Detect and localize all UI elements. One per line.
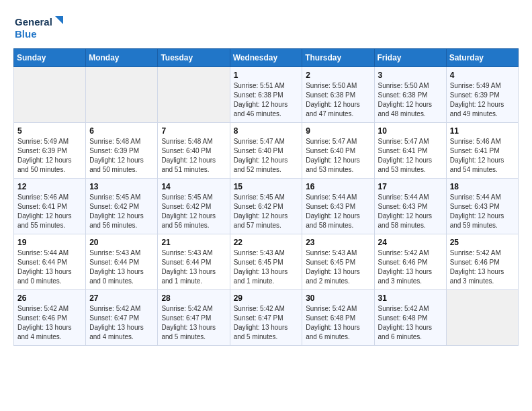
calendar-cell: 23Sunrise: 5:43 AM Sunset: 6:45 PM Dayli…: [302, 234, 374, 290]
day-info: Sunrise: 5:43 AM Sunset: 6:44 PM Dayligh…: [161, 248, 226, 286]
day-number: 17: [378, 182, 443, 191]
day-info: Sunrise: 5:50 AM Sunset: 6:38 PM Dayligh…: [306, 81, 370, 119]
calendar-week-row: 1Sunrise: 5:51 AM Sunset: 6:38 PM Daylig…: [14, 67, 519, 123]
day-number: 15: [234, 182, 299, 191]
day-number: 5: [17, 126, 82, 136]
day-number: 29: [234, 293, 299, 303]
day-number: 22: [234, 238, 299, 247]
day-info: Sunrise: 5:51 AM Sunset: 6:38 PM Dayligh…: [234, 81, 299, 119]
day-info: Sunrise: 5:47 AM Sunset: 6:40 PM Dayligh…: [306, 137, 370, 175]
day-info: Sunrise: 5:42 AM Sunset: 6:48 PM Dayligh…: [378, 304, 443, 342]
day-info: Sunrise: 5:47 AM Sunset: 6:41 PM Dayligh…: [378, 137, 443, 175]
calendar-cell: 11Sunrise: 5:46 AM Sunset: 6:41 PM Dayli…: [446, 123, 518, 179]
calendar-cell: 18Sunrise: 5:44 AM Sunset: 6:43 PM Dayli…: [446, 179, 518, 234]
page-header: General Blue: [13, 13, 519, 42]
day-info: Sunrise: 5:42 AM Sunset: 6:47 PM Dayligh…: [161, 304, 226, 342]
day-number: 24: [378, 238, 443, 247]
day-info: Sunrise: 5:42 AM Sunset: 6:46 PM Dayligh…: [378, 248, 443, 286]
calendar-table: SundayMondayTuesdayWednesdayThursdayFrid…: [13, 48, 519, 346]
day-info: Sunrise: 5:42 AM Sunset: 6:48 PM Dayligh…: [306, 304, 370, 342]
calendar-cell: 25Sunrise: 5:42 AM Sunset: 6:46 PM Dayli…: [446, 234, 518, 290]
calendar-week-row: 5Sunrise: 5:49 AM Sunset: 6:39 PM Daylig…: [14, 123, 519, 179]
day-info: Sunrise: 5:48 AM Sunset: 6:39 PM Dayligh…: [89, 137, 154, 175]
day-info: Sunrise: 5:43 AM Sunset: 6:44 PM Dayligh…: [89, 248, 154, 286]
day-info: Sunrise: 5:47 AM Sunset: 6:40 PM Dayligh…: [234, 137, 299, 175]
calendar-cell: 5Sunrise: 5:49 AM Sunset: 6:39 PM Daylig…: [14, 123, 86, 179]
calendar-cell: 17Sunrise: 5:44 AM Sunset: 6:43 PM Dayli…: [374, 179, 446, 234]
day-info: Sunrise: 5:49 AM Sunset: 6:39 PM Dayligh…: [17, 137, 82, 175]
weekday-header: Wednesday: [230, 49, 302, 67]
logo: General Blue: [13, 13, 67, 42]
day-info: Sunrise: 5:46 AM Sunset: 6:41 PM Dayligh…: [17, 193, 82, 230]
day-info: Sunrise: 5:42 AM Sunset: 6:47 PM Dayligh…: [234, 304, 299, 342]
calendar-cell: [158, 67, 230, 123]
calendar-cell: 3Sunrise: 5:50 AM Sunset: 6:38 PM Daylig…: [374, 67, 446, 123]
day-info: Sunrise: 5:44 AM Sunset: 6:43 PM Dayligh…: [378, 193, 443, 230]
day-info: Sunrise: 5:44 AM Sunset: 6:44 PM Dayligh…: [17, 248, 82, 286]
day-number: 10: [378, 126, 443, 136]
day-info: Sunrise: 5:45 AM Sunset: 6:42 PM Dayligh…: [161, 193, 226, 230]
day-number: 19: [17, 238, 82, 247]
day-info: Sunrise: 5:49 AM Sunset: 6:39 PM Dayligh…: [450, 81, 515, 119]
day-number: 26: [17, 293, 82, 303]
day-number: 9: [306, 126, 370, 136]
day-number: 30: [306, 293, 370, 303]
day-info: Sunrise: 5:42 AM Sunset: 6:46 PM Dayligh…: [450, 248, 515, 286]
day-number: 23: [306, 238, 370, 247]
calendar-cell: 24Sunrise: 5:42 AM Sunset: 6:46 PM Dayli…: [374, 234, 446, 290]
weekday-header: Sunday: [14, 49, 86, 67]
day-number: 7: [161, 126, 226, 136]
calendar-cell: [446, 290, 518, 346]
day-info: Sunrise: 5:44 AM Sunset: 6:43 PM Dayligh…: [450, 193, 515, 230]
day-number: 6: [89, 126, 154, 136]
day-number: 13: [89, 182, 154, 191]
day-number: 8: [234, 126, 299, 136]
day-info: Sunrise: 5:43 AM Sunset: 6:45 PM Dayligh…: [306, 248, 370, 286]
day-info: Sunrise: 5:43 AM Sunset: 6:45 PM Dayligh…: [234, 248, 299, 286]
calendar-cell: 27Sunrise: 5:42 AM Sunset: 6:47 PM Dayli…: [86, 290, 158, 346]
day-number: 3: [378, 71, 443, 80]
calendar-cell: 22Sunrise: 5:43 AM Sunset: 6:45 PM Dayli…: [230, 234, 302, 290]
day-info: Sunrise: 5:42 AM Sunset: 6:46 PM Dayligh…: [17, 304, 82, 342]
day-number: 20: [89, 238, 154, 247]
weekday-header: Monday: [86, 49, 158, 67]
calendar-cell: 21Sunrise: 5:43 AM Sunset: 6:44 PM Dayli…: [158, 234, 230, 290]
calendar-cell: 20Sunrise: 5:43 AM Sunset: 6:44 PM Dayli…: [86, 234, 158, 290]
calendar-cell: 4Sunrise: 5:49 AM Sunset: 6:39 PM Daylig…: [446, 67, 518, 123]
svg-text:Blue: Blue: [15, 28, 37, 40]
day-info: Sunrise: 5:42 AM Sunset: 6:47 PM Dayligh…: [89, 304, 154, 342]
calendar-cell: 16Sunrise: 5:44 AM Sunset: 6:43 PM Dayli…: [302, 179, 374, 234]
calendar-cell: [86, 67, 158, 123]
day-info: Sunrise: 5:45 AM Sunset: 6:42 PM Dayligh…: [234, 193, 299, 230]
day-number: 4: [450, 71, 515, 80]
calendar-cell: 31Sunrise: 5:42 AM Sunset: 6:48 PM Dayli…: [374, 290, 446, 346]
svg-text:General: General: [15, 16, 52, 28]
weekday-header: Thursday: [302, 49, 374, 67]
calendar-week-row: 19Sunrise: 5:44 AM Sunset: 6:44 PM Dayli…: [14, 234, 519, 290]
day-info: Sunrise: 5:48 AM Sunset: 6:40 PM Dayligh…: [161, 137, 226, 175]
calendar-cell: 10Sunrise: 5:47 AM Sunset: 6:41 PM Dayli…: [374, 123, 446, 179]
calendar-cell: [14, 67, 86, 123]
calendar-cell: 9Sunrise: 5:47 AM Sunset: 6:40 PM Daylig…: [302, 123, 374, 179]
calendar-cell: 26Sunrise: 5:42 AM Sunset: 6:46 PM Dayli…: [14, 290, 86, 346]
day-number: 31: [378, 293, 443, 303]
calendar-cell: 30Sunrise: 5:42 AM Sunset: 6:48 PM Dayli…: [302, 290, 374, 346]
calendar-cell: 14Sunrise: 5:45 AM Sunset: 6:42 PM Dayli…: [158, 179, 230, 234]
day-info: Sunrise: 5:45 AM Sunset: 6:42 PM Dayligh…: [89, 193, 154, 230]
svg-marker-2: [55, 16, 63, 24]
calendar-week-row: 26Sunrise: 5:42 AM Sunset: 6:46 PM Dayli…: [14, 290, 519, 346]
calendar-cell: 7Sunrise: 5:48 AM Sunset: 6:40 PM Daylig…: [158, 123, 230, 179]
weekday-header: Tuesday: [158, 49, 230, 67]
calendar-cell: 2Sunrise: 5:50 AM Sunset: 6:38 PM Daylig…: [302, 67, 374, 123]
day-number: 12: [17, 182, 82, 191]
calendar-week-row: 12Sunrise: 5:46 AM Sunset: 6:41 PM Dayli…: [14, 179, 519, 234]
day-info: Sunrise: 5:50 AM Sunset: 6:38 PM Dayligh…: [378, 81, 443, 119]
day-number: 11: [450, 126, 515, 136]
calendar-cell: 13Sunrise: 5:45 AM Sunset: 6:42 PM Dayli…: [86, 179, 158, 234]
calendar-cell: 12Sunrise: 5:46 AM Sunset: 6:41 PM Dayli…: [14, 179, 86, 234]
day-number: 28: [161, 293, 226, 303]
day-number: 14: [161, 182, 226, 191]
calendar-cell: 29Sunrise: 5:42 AM Sunset: 6:47 PM Dayli…: [230, 290, 302, 346]
day-number: 25: [450, 238, 515, 247]
day-info: Sunrise: 5:46 AM Sunset: 6:41 PM Dayligh…: [450, 137, 515, 175]
